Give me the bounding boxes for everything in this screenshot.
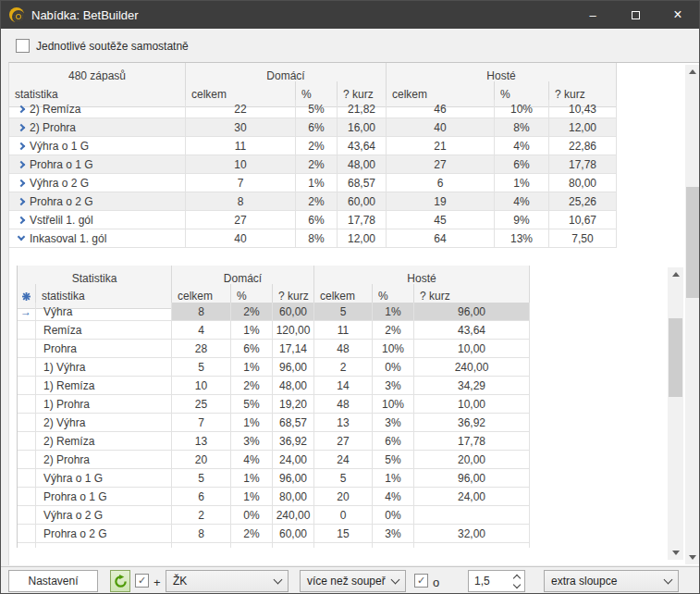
table-cell: 9%: [495, 211, 549, 229]
collapse-icon[interactable]: [18, 233, 25, 241]
table-row[interactable]: Výhra o 2 G71%68,5761%80,00: [9, 174, 617, 192]
nested-scroll-thumb[interactable]: [669, 318, 682, 397]
nested-panel: StatistikaDomácíHosté statistikacelkem%?…: [17, 266, 683, 562]
stat-select[interactable]: ŽK: [166, 570, 289, 592]
table-row[interactable]: 2) Prohra204%24,00245%20,00: [18, 451, 530, 469]
table-row[interactable]: 2) Remíza133%36,92276%17,78: [18, 432, 530, 451]
row-label-cell: Výhra o 1 G: [36, 469, 172, 488]
table-cell: 1%: [231, 469, 273, 488]
table-row[interactable]: Výhra o 2 G20%240,0000%: [18, 506, 530, 525]
app-icon: [9, 7, 24, 22]
table-cell: 19,20: [273, 395, 314, 414]
table-cell: 10%: [495, 100, 549, 118]
table-cell: 10%: [373, 340, 414, 358]
row-label-cell: Výhra o 1 G: [9, 137, 186, 155]
nested-scroll-down-button[interactable]: [668, 546, 683, 560]
table-cell: 5: [314, 303, 373, 321]
row-indicator-cell: [18, 525, 36, 543]
close-icon: ×: [673, 7, 682, 22]
main-scroll-thumb[interactable]: [686, 187, 699, 298]
table-cell: 3%: [373, 414, 414, 432]
table-row[interactable]: Remíza41%120,00112%43,64: [18, 321, 530, 340]
expand-icon[interactable]: [18, 179, 25, 186]
table-cell: 8: [172, 525, 231, 543]
table-cell: 1%: [373, 303, 414, 321]
table-row[interactable]: Inkasoval 1. gól408%12,006413%7,50: [9, 229, 617, 248]
table-row[interactable]: Vstřelil 1. gól276%17,78459%10,67: [9, 211, 617, 229]
titlebar: Nabídka: BetBuilder – ×: [1, 1, 699, 29]
table-row[interactable]: →Výhra82%60,0051%96,00: [18, 303, 530, 321]
table-row[interactable]: Výhra o 1 G51%96,0051%96,00: [18, 469, 530, 488]
expand-icon[interactable]: [18, 160, 25, 167]
expand-icon[interactable]: [18, 216, 25, 223]
main-scrollbar[interactable]: [685, 65, 700, 564]
table-cell: 2%: [296, 155, 338, 174]
table-cell: 20: [314, 488, 373, 506]
maximize-button[interactable]: [614, 1, 657, 29]
table-row[interactable]: 1) Prohra255%19,204810%10,00: [18, 395, 530, 414]
table-row[interactable]: 1) Remíza102%48,00143%34,29: [18, 377, 530, 395]
chevron-down-icon: [274, 575, 283, 585]
row-indicator-cell: [18, 432, 36, 451]
app-window: Nabídka: BetBuilder – × Jednotlivé soutě…: [0, 0, 700, 594]
table-cell: 43,64: [414, 321, 530, 340]
table-row[interactable]: Výhra o 1 G112%43,64214%22,86: [9, 137, 617, 155]
table-cell: 0: [314, 543, 373, 548]
table-cell: 17,14: [273, 340, 314, 358]
table-row[interactable]: Prohra o 1 G61%80,00204%24,00: [18, 488, 530, 506]
o-checkbox[interactable]: ✓: [414, 574, 428, 588]
table-cell: 8%: [296, 229, 338, 248]
nested-table-column-header: statistikacelkem%? kurzcelkem%? kurz: [18, 284, 530, 303]
row-label-cell: 2) Prohra: [9, 118, 186, 137]
table-row[interactable]: Prohra o 2 G82%60,00194%25,26: [9, 192, 617, 211]
threshold-spinner[interactable]: 1,5: [468, 570, 525, 592]
expand-icon[interactable]: [18, 123, 25, 130]
expand-icon[interactable]: [18, 197, 25, 204]
maximize-icon: [632, 11, 640, 19]
table-cell: [414, 543, 530, 548]
separate-competitions-checkbox[interactable]: [16, 39, 30, 53]
table-cell: 48,00: [273, 377, 314, 395]
table-row[interactable]: 1) Výhra51%96,0020%240,00: [18, 358, 530, 377]
table-row[interactable]: Prohra o 2 G82%60,00153%32,00: [18, 525, 530, 543]
table-row[interactable]: 2) Remíza225%21,824610%10,43: [9, 100, 617, 118]
expand-icon[interactable]: [18, 105, 25, 112]
refresh-button[interactable]: [110, 570, 130, 592]
table-cell: 4%: [495, 192, 549, 211]
row-label-cell: Prohra o 2 G: [9, 192, 186, 211]
minimize-button[interactable]: –: [571, 1, 614, 29]
table-cell: 240,00: [273, 506, 314, 525]
main-scroll-up-button[interactable]: [685, 65, 700, 79]
table-row[interactable]: Prohra286%17,144810%10,00: [18, 340, 530, 358]
table-cell: 15: [314, 525, 373, 543]
row-indicator-cell: →: [18, 303, 36, 321]
nested-scrollbar[interactable]: [668, 267, 683, 560]
table-cell: 96,00: [414, 469, 530, 488]
settings-button[interactable]: Nastavení: [8, 570, 98, 592]
table-cell: 1%: [231, 321, 273, 340]
table-cell: 13: [172, 432, 231, 451]
table-cell: 6%: [296, 118, 338, 137]
table-row[interactable]: 2) Prohra306%16,00408%12,00: [9, 118, 617, 137]
row-label-cell: Výhra o 2 G: [9, 174, 186, 192]
table-row[interactable]: Vstřelil 1. gól00%00%: [18, 543, 530, 548]
table-cell: 10,43: [549, 100, 617, 118]
table-row[interactable]: 2) Výhra71%68,57133%36,92: [18, 414, 530, 432]
table-cell: 5: [172, 358, 231, 377]
plus-checkbox[interactable]: ✓: [135, 574, 149, 588]
row-label-cell: 2) Remíza: [9, 100, 186, 118]
comparison-select[interactable]: více než soupeř: [300, 570, 406, 592]
extra-columns-select[interactable]: extra sloupce: [544, 570, 679, 592]
expand-icon[interactable]: [18, 142, 25, 149]
spinner-down-icon[interactable]: [513, 580, 521, 588]
row-label-cell: Prohra: [36, 340, 172, 358]
table-cell: 0%: [373, 358, 414, 377]
nested-scroll-up-button[interactable]: [668, 267, 683, 281]
table-cell: 7: [172, 414, 231, 432]
table-row[interactable]: Prohra o 1 G102%48,00276%17,78: [9, 155, 617, 174]
row-label-cell: Prohra o 1 G: [9, 155, 186, 174]
row-label-cell: Výhra o 2 G: [36, 506, 172, 525]
table-cell: 10,00: [414, 340, 530, 358]
close-button[interactable]: ×: [657, 1, 699, 29]
main-scroll-down-button[interactable]: [685, 551, 700, 564]
